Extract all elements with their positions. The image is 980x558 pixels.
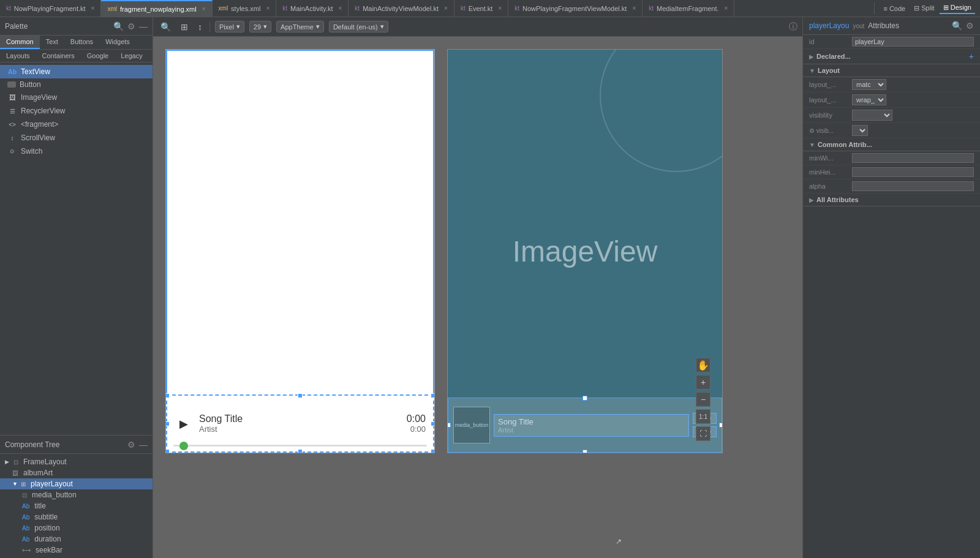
fit-btn[interactable]: 1:1	[696, 409, 710, 424]
palette-cat-widgets[interactable]: Widgets	[99, 36, 136, 49]
large-resize-mr[interactable]	[719, 423, 723, 428]
common-attrib-header[interactable]: ▼ Common Attrib...	[803, 138, 980, 151]
tree-item-seekbar[interactable]: ⟷ seekBar	[0, 545, 153, 556]
palette-item-imageview[interactable]: 🖼 ImageView	[0, 91, 153, 104]
palette-item-scrollview[interactable]: ↕ ScrollView	[0, 131, 153, 145]
arrange-icon[interactable]: ⊞	[178, 21, 190, 33]
main-layout: Palette 🔍 ⚙ — Common Text Buttons Widget…	[0, 17, 980, 558]
zoom-icon[interactable]: 🔍	[158, 21, 173, 33]
palette-search-icon[interactable]: 🔍	[113, 21, 124, 31]
tab-fragment-xml[interactable]: xml fragment_nowplaying.xml ×	[101, 0, 212, 17]
tree-item-framelayout[interactable]: ▶ ⊡ FrameLayout	[0, 456, 153, 467]
palette-item-button[interactable]: Button	[0, 78, 153, 91]
tab-event[interactable]: kt Event.kt ×	[454, 0, 508, 17]
arrows-icon[interactable]: ↕	[195, 21, 205, 33]
phone-small-preview: ▶ Song Title Artist 0:00 0:00	[165, 49, 435, 453]
large-resize-tc[interactable]	[582, 396, 587, 401]
tree-item-subtitle[interactable]: Ab subtitle	[0, 511, 153, 522]
tree-item-playerlayout[interactable]: ▼ ⊞ playerLayout	[0, 478, 153, 489]
all-attributes-header[interactable]: ▶ All Attributes	[803, 194, 980, 206]
tab-close[interactable]: ×	[339, 5, 342, 12]
tab-close[interactable]: ×	[498, 5, 502, 12]
tab-close[interactable]: ×	[202, 6, 206, 12]
palette-item-fragment[interactable]: <> <fragment>	[0, 118, 153, 131]
tab-nowplayingvm[interactable]: kt NowPlayingFragmentViewModel.kt ×	[508, 0, 643, 17]
tab-styles-xml[interactable]: xml styles.xml ×	[213, 0, 277, 17]
resize-handle-bc[interactable]	[298, 449, 303, 453]
palette-item-recyclerview[interactable]: ☰ RecyclerView	[0, 104, 153, 118]
tree-item-label: seekBar	[36, 546, 62, 554]
tree-settings-icon[interactable]: ⚙	[127, 440, 135, 450]
player-bar[interactable]: ▶ Song Title Artist 0:00 0:00	[166, 394, 434, 453]
tab-mainactivity[interactable]: kt MainActivity.kt ×	[276, 0, 349, 17]
resize-handle-mr[interactable]	[431, 421, 435, 426]
split-view-btn[interactable]: ⊟ Split	[910, 3, 938, 13]
palette-cat-common[interactable]: Common	[0, 36, 40, 49]
palette-cat-layouts[interactable]: Layouts	[0, 50, 36, 62]
api-dropdown[interactable]: 29 ▾	[249, 21, 271, 32]
play-button[interactable]: ▶	[175, 415, 193, 433]
resize-handle-tc[interactable]	[298, 393, 303, 398]
resize-handle-bl[interactable]	[165, 449, 170, 453]
tab-label: MediaItemFragment.	[657, 5, 718, 12]
alpha-input[interactable]	[852, 181, 974, 191]
tab-close[interactable]: ×	[266, 5, 270, 12]
large-resize-bc[interactable]	[582, 450, 587, 453]
resize-handle-tl[interactable]	[165, 393, 170, 398]
tree-item-albumart[interactable]: 🖼 albumArt	[0, 467, 153, 478]
layout-width-select[interactable]: matcwrap_	[852, 79, 886, 90]
tree-collapse-icon[interactable]: —	[139, 440, 148, 450]
declared-add-icon[interactable]: +	[969, 51, 974, 61]
hand-cursor-btn[interactable]: ✋	[696, 358, 710, 372]
palette-settings-icon[interactable]: ⚙	[127, 21, 135, 31]
tab-mediaitemfragment[interactable]: kt MediaItemFragment. ×	[643, 0, 734, 17]
palette-cat-text[interactable]: Text	[40, 36, 64, 49]
tab-close[interactable]: ×	[444, 5, 448, 12]
tree-item-duration[interactable]: Ab duration	[0, 533, 153, 545]
mini-media-button[interactable]: media_button	[453, 407, 490, 443]
palette-close-icon[interactable]: —	[139, 21, 148, 31]
code-view-btn[interactable]: ≡ Code	[880, 4, 909, 13]
theme-dropdown[interactable]: AppTheme ▾	[276, 21, 324, 32]
id-input[interactable]	[852, 37, 974, 47]
palette-cat-buttons[interactable]: Buttons	[64, 36, 99, 49]
mini-player[interactable]: media_button Song Title Artist 0:00 0:00	[448, 398, 722, 453]
resize-handle-ml[interactable]	[165, 421, 170, 426]
palette-cat-containers[interactable]: Containers	[36, 50, 81, 62]
min-width-input[interactable]	[852, 153, 974, 163]
tree-item-media-button[interactable]: ⊡ media_button	[0, 489, 153, 500]
tab-mainactivityviewmodel[interactable]: kt MainActivityViewModel.kt ×	[349, 0, 454, 17]
palette-item-textview[interactable]: Ab TextView	[0, 65, 153, 78]
attr-settings-icon[interactable]: ⚙	[966, 21, 974, 31]
tree-item-title[interactable]: Ab title	[0, 500, 153, 511]
tree-item-position[interactable]: Ab position	[0, 522, 153, 533]
tab-close[interactable]: ×	[632, 5, 636, 12]
palette-item-switch[interactable]: ⊙ Switch	[0, 145, 153, 158]
tab-close[interactable]: ×	[91, 5, 95, 12]
palette-cat-legacy[interactable]: Legacy	[115, 50, 148, 62]
visibility2-select[interactable]	[852, 125, 868, 136]
layout-section-header[interactable]: ▼ Layout	[803, 64, 980, 77]
seek-container[interactable]	[173, 445, 427, 447]
palette-cat-google[interactable]: Google	[81, 50, 115, 62]
large-resize-ml[interactable]	[447, 423, 451, 428]
tab-close[interactable]: ×	[725, 5, 728, 12]
zoom-in-btn[interactable]: +	[696, 375, 710, 390]
pixel-dropdown[interactable]: Pixel ▾	[215, 21, 244, 32]
layout-width-row: layout_... matcwrap_	[803, 77, 980, 92]
layout-height-select[interactable]: wrap_matc	[852, 94, 886, 105]
min-height-input[interactable]	[852, 167, 974, 177]
tab-nowplayingfragment[interactable]: kt NowPlayingFragment.kt ×	[0, 0, 101, 17]
zoom-out-btn[interactable]: −	[696, 392, 710, 407]
resize-handle-tr[interactable]	[431, 393, 435, 398]
resize-handle-br[interactable]	[431, 449, 435, 453]
locale-dropdown[interactable]: Default (en-us) ▾	[329, 21, 388, 32]
info-icon[interactable]: ⓘ	[789, 21, 797, 32]
attr-search-icon[interactable]: 🔍	[952, 21, 962, 31]
visibility-select[interactable]: visibleinvisiblegone	[852, 110, 892, 121]
fullscreen-btn[interactable]: ⛶	[696, 426, 710, 441]
design-view-btn[interactable]: ⊞ Design	[940, 2, 975, 14]
seek-thumb[interactable]	[179, 442, 188, 450]
tab-label: Event.kt	[469, 5, 493, 12]
declared-section-header[interactable]: ▶ Declared... +	[803, 49, 980, 64]
